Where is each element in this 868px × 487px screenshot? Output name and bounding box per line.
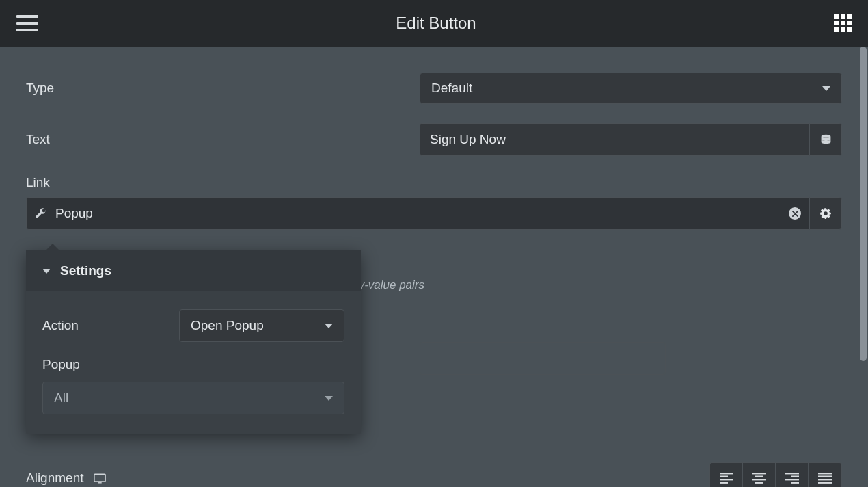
- svg-rect-2: [720, 473, 733, 474]
- svg-rect-9: [755, 482, 763, 484]
- popover-title: Settings: [60, 263, 111, 278]
- popup-select-value: All: [54, 391, 68, 406]
- chevron-down-icon: [325, 324, 333, 328]
- database-icon: [820, 134, 832, 146]
- svg-rect-10: [785, 473, 799, 474]
- type-select-value: Default: [431, 81, 472, 96]
- action-label: Action: [42, 318, 179, 333]
- svg-point-0: [821, 134, 830, 137]
- scrollbar[interactable]: [858, 47, 868, 487]
- alignment-group: [709, 462, 842, 487]
- text-label: Text: [26, 132, 420, 147]
- top-bar: Edit Button: [0, 0, 868, 47]
- row-link: Popup: [26, 197, 842, 230]
- svg-rect-17: [818, 482, 832, 484]
- svg-rect-1: [94, 474, 105, 482]
- text-input[interactable]: [420, 123, 809, 156]
- align-justify-icon: [818, 473, 832, 484]
- svg-rect-15: [818, 476, 832, 477]
- link-settings-popover: Settings Action Open Popup Popup All: [26, 250, 361, 434]
- scrollbar-thumb[interactable]: [860, 47, 867, 361]
- svg-rect-11: [791, 476, 799, 477]
- link-settings-button[interactable]: [809, 197, 842, 230]
- action-select[interactable]: Open Popup: [179, 309, 344, 342]
- type-label: Type: [26, 81, 420, 96]
- svg-rect-16: [818, 479, 832, 480]
- row-text: Text: [26, 123, 842, 156]
- action-select-value: Open Popup: [191, 318, 264, 333]
- attributes-input[interactable]: [420, 342, 666, 375]
- content-area: Type Default Text Link Popup: [0, 47, 868, 487]
- align-left-icon: [720, 473, 733, 484]
- svg-rect-4: [720, 479, 733, 480]
- wrench-icon: [35, 207, 47, 220]
- align-left-button[interactable]: [710, 463, 743, 487]
- row-action: Action Open Popup: [42, 309, 344, 342]
- type-select[interactable]: Default: [420, 73, 842, 104]
- popup-select[interactable]: All: [42, 382, 344, 414]
- popup-label: Popup: [42, 357, 179, 372]
- align-right-icon: [785, 473, 799, 484]
- hamburger-menu-icon[interactable]: [16, 15, 38, 31]
- link-value: Popup: [55, 206, 93, 221]
- x-icon: [792, 211, 798, 217]
- row-alignment: Alignment: [26, 462, 842, 487]
- row-type: Type Default: [26, 73, 842, 104]
- alignment-label: Alignment: [26, 471, 84, 486]
- svg-rect-5: [720, 482, 728, 484]
- clear-link-button[interactable]: [789, 207, 801, 220]
- align-center-icon: [752, 473, 766, 484]
- align-justify-button[interactable]: [809, 463, 841, 487]
- svg-rect-12: [785, 479, 799, 480]
- link-label: Link: [26, 175, 420, 190]
- chevron-down-icon: [42, 269, 51, 274]
- align-right-button[interactable]: [776, 463, 809, 487]
- svg-rect-8: [752, 479, 766, 480]
- chevron-down-icon: [325, 396, 333, 401]
- page-title: Edit Button: [396, 14, 476, 33]
- responsive-icon[interactable]: [94, 473, 106, 484]
- row-link-label: Link: [26, 175, 842, 190]
- gear-icon: [819, 207, 832, 220]
- svg-rect-6: [752, 473, 766, 474]
- align-center-button[interactable]: [743, 463, 776, 487]
- apps-grid-icon[interactable]: [834, 14, 852, 32]
- row-popup: Popup All: [42, 357, 344, 414]
- chevron-down-icon: [822, 86, 830, 91]
- dynamic-tags-button[interactable]: [809, 123, 842, 156]
- svg-rect-14: [818, 473, 832, 474]
- svg-rect-13: [791, 482, 799, 484]
- link-input[interactable]: Popup: [26, 197, 809, 230]
- svg-rect-7: [755, 476, 763, 477]
- svg-rect-3: [720, 476, 728, 477]
- popover-header[interactable]: Settings: [26, 250, 361, 291]
